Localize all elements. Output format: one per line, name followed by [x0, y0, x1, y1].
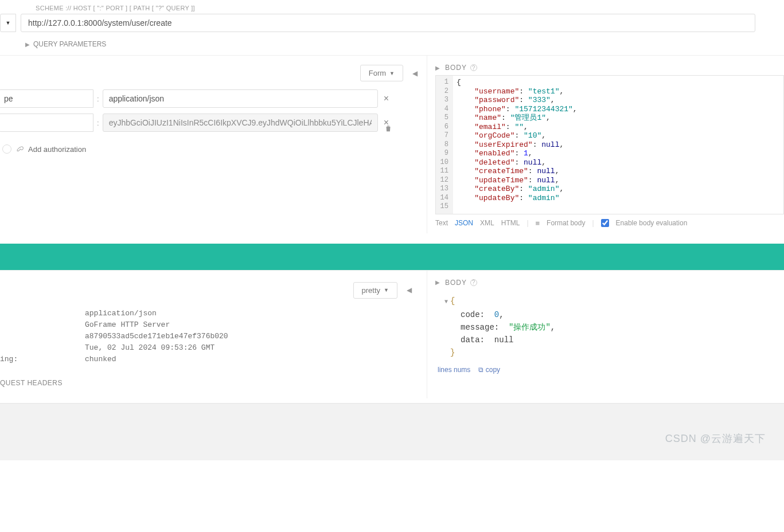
help-icon[interactable]: ? — [470, 279, 477, 286]
body-label: BODY — [445, 64, 467, 72]
colon-sep: : — [97, 119, 99, 127]
header-value-input[interactable] — [103, 114, 378, 132]
add-authorization-button[interactable]: Add authorization — [0, 144, 427, 154]
method-dropdown[interactable]: ▼ — [0, 14, 16, 32]
fmt-text[interactable]: Text — [435, 219, 448, 227]
request-right-pane: ▶ BODY ? 123456789101112131415 { "userna… — [427, 56, 784, 233]
caret-down-icon: ▼ — [389, 71, 395, 76]
body-format-selector[interactable]: Form ▼ — [360, 65, 403, 81]
format-body-icon: ≡ — [536, 219, 540, 228]
caret-right-icon[interactable]: ▶ — [435, 65, 440, 71]
caret-down-icon: ▼ — [6, 20, 11, 26]
status-band — [0, 244, 784, 270]
resp-header-value: a8790533ad5cde171eb1e47ef376b020 — [85, 331, 421, 342]
colon-sep: : — [97, 95, 99, 103]
response-body-json[interactable]: ▼{ code: 0, message: "操作成功", data: null … — [435, 290, 784, 362]
remove-header-icon[interactable]: × — [384, 93, 389, 104]
lines-nums-toggle[interactable]: lines nums — [438, 366, 470, 374]
key-icon — [16, 144, 24, 154]
circle-placeholder-icon — [2, 144, 11, 154]
resp-header-value: Tue, 02 Jul 2024 09:53:26 GMT — [85, 342, 421, 354]
footer-area: CSDN @云游遍天下 — [0, 403, 784, 460]
request-left-pane: Form ▼ ◀ : × : × Add authorization — [0, 56, 427, 233]
caret-right-icon[interactable]: ▶ — [435, 279, 440, 285]
header-key-input[interactable] — [0, 89, 93, 108]
resp-header-value: GoFrame HTTP Server — [85, 319, 421, 331]
collapse-icon[interactable]: ▼ — [444, 299, 448, 305]
response-right-pane: ▶ BODY ? ▼{ code: 0, message: "操作成功", da… — [427, 271, 784, 398]
line-number-gutter: 123456789101112131415 — [436, 76, 453, 214]
response-left-pane: pretty ▼ ◀ application/json GoFrame HTTP… — [0, 271, 427, 398]
enable-body-eval-checkbox[interactable] — [601, 219, 609, 227]
url-input[interactable] — [21, 14, 755, 32]
query-parameters-toggle[interactable]: ▶ QUERY PARAMETERS — [25, 40, 784, 48]
response-headers-list: application/json GoFrame HTTP Server a87… — [0, 308, 421, 365]
header-row: : × — [0, 89, 427, 108]
fmt-xml[interactable]: XML — [480, 219, 494, 227]
chevron-left-icon[interactable]: ◀ — [403, 286, 415, 294]
query-parameters-label: QUERY PARAMETERS — [33, 40, 106, 48]
delete-icon[interactable] — [384, 124, 392, 134]
enable-body-eval-label: Enable body evaluation — [616, 219, 688, 227]
copy-button[interactable]: ⧉ copy — [478, 366, 500, 374]
resp-header-value: application/json — [85, 308, 421, 319]
request-headers-section-label[interactable]: QUEST HEADERS — [0, 379, 421, 387]
caret-right-icon: ▶ — [25, 41, 30, 48]
resp-header-value: chunked — [85, 355, 116, 363]
body-label: BODY — [445, 279, 467, 287]
format-body-button[interactable]: Format body — [547, 219, 585, 227]
fmt-html[interactable]: HTML — [501, 219, 520, 227]
cut-label: ing: — [0, 354, 85, 365]
header-row: : × — [0, 114, 427, 132]
fmt-json[interactable]: JSON — [455, 219, 473, 227]
response-view-selector[interactable]: pretty ▼ — [353, 282, 397, 299]
code-content[interactable]: { "username": "test1", "password": "333"… — [453, 76, 581, 214]
request-body-editor[interactable]: 123456789101112131415 { "username": "tes… — [435, 75, 784, 214]
header-key-input[interactable] — [0, 114, 93, 132]
help-icon[interactable]: ? — [470, 64, 477, 71]
watermark-text: CSDN @云游遍天下 — [665, 432, 766, 445]
caret-down-icon: ▼ — [384, 287, 389, 293]
url-hint-label: SCHEME :// HOST [ ":" PORT ] [ PATH [ "?… — [36, 5, 784, 11]
header-value-input[interactable] — [103, 89, 378, 108]
chevron-left-icon[interactable]: ◀ — [409, 69, 421, 77]
